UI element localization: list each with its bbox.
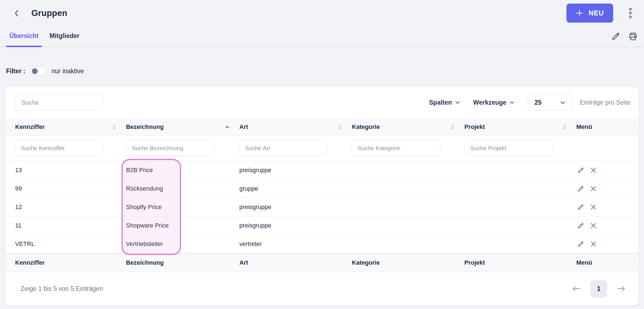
footer-column-label: Bezeichnung (126, 259, 239, 266)
table-row[interactable]: 99 Rücksendung gruppe (6, 180, 638, 198)
x-icon (590, 204, 597, 210)
toggle-label: nur inaktive (51, 67, 84, 75)
column-header-kennziffer[interactable]: Kennziffer (15, 123, 126, 131)
tools-dropdown[interactable]: Werkzeuge (473, 99, 514, 106)
row-edit-button[interactable] (576, 240, 585, 248)
cell-kennziffer: 11 (15, 222, 126, 229)
filter-label: Filter : (6, 67, 25, 75)
search-input[interactable] (15, 95, 103, 111)
chevron-down-icon (560, 101, 565, 104)
toggle-knob (32, 68, 38, 74)
tab-uebersicht[interactable]: Übersicht (6, 26, 42, 47)
column-header-menu: Menü (576, 123, 633, 131)
table-header-row: Kennziffer Bezeichnung Art (6, 118, 638, 135)
row-edit-button[interactable] (576, 185, 585, 193)
table-card: Spalten Werkzeuge 25 Einträge pro Seite (6, 87, 638, 305)
plus-icon (576, 9, 583, 17)
tab-mitglieder-label: Mitglieder (50, 32, 80, 40)
entries-summary: Zeige 1 bis 5 von 5 Einträgen (21, 285, 103, 292)
cell-art: preisgruppe (239, 222, 352, 229)
sort-icon (113, 125, 116, 129)
sort-icon (338, 125, 342, 129)
row-delete-button[interactable] (590, 185, 597, 193)
row-edit-button[interactable] (576, 166, 585, 175)
filter-input-kategorie[interactable] (352, 140, 440, 156)
table-filter-row (6, 135, 638, 161)
row-edit-button[interactable] (576, 203, 585, 212)
pencil-icon (577, 222, 584, 229)
column-label: Kategorie (352, 123, 380, 131)
filter-input-art[interactable] (239, 140, 328, 156)
page-size-select[interactable]: 25 (528, 95, 572, 111)
pencil-icon (577, 167, 584, 174)
sort-icon (563, 125, 566, 129)
cell-kennziffer: 12 (15, 204, 126, 211)
page-header: Gruppen NEU (0, 0, 644, 26)
page-number: 1 (597, 285, 601, 292)
row-edit-button[interactable] (576, 221, 585, 230)
edit-page-button[interactable] (611, 31, 621, 41)
footer-column-label: Kategorie (352, 259, 464, 266)
kebab-menu-icon[interactable] (628, 7, 633, 19)
column-label: Art (239, 123, 248, 131)
chevron-down-icon (510, 101, 514, 104)
pencil-icon (577, 204, 584, 211)
cell-art: vertreter (239, 240, 352, 248)
chevron-left-icon (13, 9, 20, 18)
table-row[interactable]: 11 Shopware Price preisgruppe (6, 216, 638, 235)
pencil-icon (577, 240, 584, 248)
page: Gruppen NEU Übersicht Mitglieder (0, 0, 644, 309)
x-icon (590, 222, 597, 229)
column-header-bezeichnung[interactable]: Bezeichnung (126, 123, 239, 131)
sort-asc-icon (225, 126, 229, 128)
arrow-right-icon (616, 285, 626, 292)
arrow-left-icon (572, 285, 581, 292)
cell-art: preisgruppe (239, 167, 352, 174)
new-button-label: NEU (589, 9, 604, 17)
cell-art: preisgruppe (239, 204, 352, 211)
tab-mitglieder[interactable]: Mitglieder (46, 26, 83, 47)
cell-bezeichnung: Rücksendung (126, 185, 239, 192)
print-button[interactable] (628, 31, 638, 42)
table-row[interactable]: 13 B2B Price preisgruppe (6, 161, 638, 180)
filter-input-projekt[interactable] (464, 140, 553, 156)
new-button[interactable]: NEU (566, 4, 613, 23)
x-icon (590, 241, 597, 247)
inactive-only-toggle[interactable] (30, 67, 46, 75)
page-title: Gruppen (31, 8, 67, 18)
pencil-icon (611, 31, 621, 41)
cell-art: gruppe (239, 185, 352, 192)
next-page-button[interactable] (616, 285, 626, 292)
page-size-value: 25 (535, 99, 542, 106)
tools-dropdown-label: Werkzeuge (473, 99, 506, 106)
previous-page-button[interactable] (572, 285, 581, 292)
columns-dropdown-label: Spalten (429, 99, 452, 106)
x-icon (590, 185, 597, 192)
cell-bezeichnung: Vertriebsleiter (126, 240, 239, 248)
column-header-kategorie[interactable]: Kategorie (352, 123, 464, 131)
filter-row: Filter : nur inaktive (6, 66, 84, 76)
cell-kennziffer: 13 (15, 167, 126, 174)
column-label: Projekt (464, 123, 485, 131)
back-button[interactable] (12, 8, 21, 19)
filter-input-kennziffer[interactable] (15, 140, 103, 156)
footer-column-label: Kennziffer (15, 259, 126, 266)
columns-dropdown[interactable]: Spalten (429, 99, 460, 106)
row-delete-button[interactable] (590, 222, 597, 229)
column-header-projekt[interactable]: Projekt (464, 123, 576, 131)
table-row[interactable]: VETRL Vertriebsleiter vertreter (6, 235, 638, 253)
column-header-art[interactable]: Art (239, 123, 352, 131)
x-icon (590, 167, 597, 174)
cell-bezeichnung: B2B Price (126, 167, 239, 174)
page-number-button[interactable]: 1 (590, 280, 607, 297)
row-delete-button[interactable] (590, 166, 597, 174)
row-delete-button[interactable] (590, 203, 597, 211)
table-row[interactable]: 12 Shopify Price preisgruppe (6, 198, 638, 216)
footer-column-label: Projekt (464, 259, 576, 266)
pagination-bar: Zeige 1 bis 5 von 5 Einträgen 1 (6, 272, 638, 305)
cell-kennziffer: VETRL (15, 240, 126, 248)
row-delete-button[interactable] (590, 240, 597, 248)
sort-icon (451, 125, 454, 129)
filter-input-bezeichnung[interactable] (126, 140, 214, 156)
footer-column-label: Menü (576, 259, 633, 266)
